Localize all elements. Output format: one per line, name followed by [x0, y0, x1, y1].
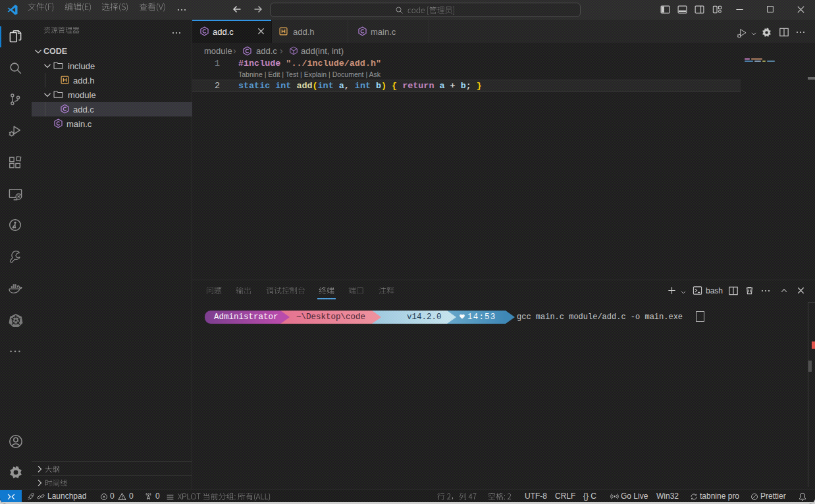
- tabnine-sync-icon[interactable]: [690, 493, 698, 501]
- code-token: add: [296, 81, 312, 91]
- terminal-profile-icon[interactable]: [693, 286, 702, 295]
- window-close-icon[interactable]: [796, 5, 806, 14]
- terminal-shell-label[interactable]: bash: [706, 286, 723, 295]
- activity-wrench-icon[interactable]: [8, 249, 22, 264]
- status-go-live[interactable]: Go Live: [621, 491, 648, 501]
- activity-run-debug-icon[interactable]: [8, 124, 22, 138]
- nav-back-icon[interactable]: [232, 4, 242, 14]
- tree-item-label: main.c: [66, 119, 92, 129]
- remote-indicator[interactable]: [0, 490, 22, 503]
- status-ports-count[interactable]: 0: [155, 491, 160, 501]
- code-token: a: [439, 81, 444, 91]
- tab-main-c[interactable]: main.c: [349, 20, 429, 43]
- terminal-dropdown-icon[interactable]: [679, 288, 687, 296]
- panel-tab-debug-console[interactable]: 调试控制台: [266, 284, 305, 295]
- bell-icon[interactable]: [798, 492, 807, 501]
- status-warning-count[interactable]: 0: [129, 491, 134, 501]
- breadcrumb-symbol[interactable]: add(int, int): [301, 45, 344, 55]
- status-prettier[interactable]: Prettier: [760, 491, 786, 501]
- tab-close-icon[interactable]: [256, 26, 266, 36]
- activity-circle-branch-icon[interactable]: [8, 218, 22, 232]
- folder-icon: [53, 61, 63, 70]
- status-error-count[interactable]: 0: [110, 491, 115, 501]
- terminal[interactable]: Administrator ~\Desktop\code v14.2.0 14:…: [192, 302, 815, 490]
- split-terminal-icon[interactable]: [728, 286, 739, 296]
- codelens[interactable]: Tabnine | Edit | Test | Explain | Docume…: [238, 69, 381, 80]
- tree-row-code[interactable]: CODE: [32, 44, 192, 59]
- layout-custom-icon[interactable]: [712, 5, 722, 14]
- sidebar-more-icon[interactable]: [171, 28, 182, 38]
- account-icon[interactable]: [8, 434, 24, 449]
- menu-file[interactable]: 文件(F): [28, 0, 55, 13]
- status-xplot[interactable]: XPLOT 当前分组: 所有(ALL): [178, 490, 271, 501]
- activity-explorer-icon[interactable]: [8, 29, 23, 44]
- activity-kubernetes-icon[interactable]: [8, 313, 24, 328]
- terminal-overview-error-mark: [812, 341, 815, 349]
- panel-tab-output[interactable]: 输出: [236, 284, 251, 295]
- tree-row-main-c[interactable]: main.c: [32, 116, 192, 131]
- status-cursor-position[interactable]: 行 2，列 47: [437, 490, 477, 501]
- breadcrumb-file[interactable]: add.c: [256, 45, 277, 55]
- panel-tab-problems[interactable]: 问题: [206, 284, 222, 295]
- split-editor-icon[interactable]: [779, 27, 789, 38]
- errors-icon[interactable]: [100, 493, 108, 501]
- kill-terminal-icon[interactable]: [745, 286, 754, 295]
- window-maximize-icon[interactable]: [766, 5, 775, 14]
- tree-row-add-h[interactable]: add.h: [32, 73, 192, 88]
- launchpad-link-icon[interactable]: [37, 493, 45, 501]
- menu-more-icon[interactable]: [176, 5, 187, 15]
- panel-tab-ports[interactable]: 端口: [348, 284, 364, 295]
- tree-row-add-c[interactable]: add.c: [32, 102, 192, 116]
- breadcrumb-module[interactable]: module: [204, 45, 232, 55]
- nav-forward-icon[interactable]: [253, 4, 263, 14]
- new-terminal-icon[interactable]: [667, 286, 677, 295]
- xplot-list-icon[interactable]: [166, 493, 174, 501]
- tree-row-include[interactable]: include: [32, 59, 192, 73]
- tab-add-h[interactable]: add.h: [273, 20, 348, 43]
- layout-sidebar-icon[interactable]: [660, 5, 670, 14]
- menu-edit[interactable]: 编辑(E): [65, 0, 92, 13]
- sidebar-section-timeline[interactable]: 时间线: [32, 475, 192, 489]
- activity-extensions-icon[interactable]: [8, 155, 22, 170]
- launchpad-rocket-icon[interactable]: [27, 493, 35, 501]
- terminal-scrollbar-thumb[interactable]: [808, 361, 812, 372]
- editor-more-icon[interactable]: [795, 27, 806, 38]
- status-language[interactable]: {} C: [583, 491, 596, 501]
- status-tabnine[interactable]: tabnine pro: [700, 491, 739, 501]
- minimap[interactable]: [741, 58, 815, 280]
- panel-more-icon[interactable]: [760, 286, 771, 296]
- ports-icon[interactable]: [144, 492, 153, 501]
- menu-view[interactable]: 查看(V): [139, 0, 166, 13]
- menu-selection[interactable]: 选择(S): [101, 0, 128, 13]
- prettier-icon[interactable]: [750, 493, 758, 501]
- activity-source-control-icon[interactable]: [8, 92, 22, 107]
- status-indentation[interactable]: 空格: 2: [488, 490, 512, 501]
- status-encoding[interactable]: UTF-8: [525, 491, 547, 501]
- activity-more-icon[interactable]: [8, 344, 22, 359]
- status-launchpad[interactable]: Launchpad: [47, 491, 86, 501]
- command-center-search[interactable]: code [管理员]: [270, 3, 581, 17]
- c-file-icon: [199, 26, 209, 36]
- go-live-icon[interactable]: [610, 492, 619, 501]
- maximize-panel-icon[interactable]: [779, 286, 789, 295]
- panel-tab-terminal[interactable]: 终端: [319, 284, 334, 295]
- warnings-icon[interactable]: [118, 492, 126, 501]
- status-os[interactable]: Win32: [656, 491, 679, 501]
- activity-search-icon[interactable]: [8, 61, 23, 76]
- layout-panel-icon[interactable]: [677, 5, 687, 14]
- tab-add-c[interactable]: add.c: [192, 20, 272, 43]
- activity-remote-explorer-icon[interactable]: [8, 187, 23, 202]
- run-debug-button-icon[interactable]: [736, 27, 749, 39]
- sidebar-section-outline[interactable]: 大纲: [32, 461, 192, 475]
- tree-row-module[interactable]: module: [32, 88, 192, 102]
- close-panel-icon[interactable]: [796, 286, 806, 295]
- status-eol[interactable]: CRLF: [555, 491, 575, 501]
- activity-docker-icon[interactable]: [8, 281, 23, 296]
- settings-gear-icon[interactable]: [8, 465, 24, 480]
- run-dropdown-icon[interactable]: [750, 30, 758, 38]
- panel-tab-comments[interactable]: 注释: [379, 284, 394, 295]
- layout-sidebar-right-icon[interactable]: [695, 5, 704, 14]
- code-editor[interactable]: 1 2 #include "../include/add.h" Tabnine …: [192, 58, 815, 280]
- editor-settings-icon[interactable]: [761, 27, 772, 38]
- window-minimize-icon[interactable]: [735, 5, 745, 14]
